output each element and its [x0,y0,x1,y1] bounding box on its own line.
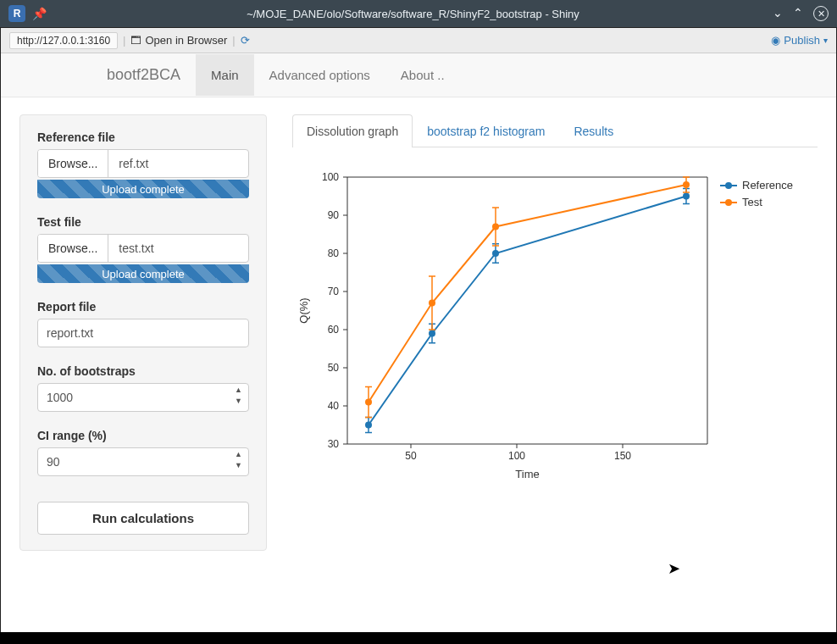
svg-text:40: 40 [328,400,340,412]
svg-point-58 [492,224,499,230]
test-file-input: Browse... test.txt [37,234,249,263]
ci-range-label: CI range (%) [37,429,249,442]
svg-point-57 [429,300,435,307]
test-filename: test.txt [108,235,248,262]
publish-button[interactable]: ◉ Publish ▾ [771,34,828,47]
open-in-browser-label: Open in Browser [145,34,227,47]
ci-stepper[interactable]: ▲▼ [235,451,242,469]
tab-dissolution-graph[interactable]: Dissolution graph [292,114,413,147]
svg-text:30: 30 [328,438,340,450]
report-file-label: Report file [37,300,249,314]
chevron-down-icon[interactable]: ▼ [235,462,242,469]
reference-filename: ref.txt [108,150,248,177]
svg-point-42 [492,250,499,257]
svg-point-43 [683,193,690,200]
svg-text:100: 100 [508,450,525,462]
window-title: ~/MOJE_DANE/olo/Software/software_R/Shin… [53,8,773,20]
ci-range-input[interactable] [37,447,249,476]
minimize-icon[interactable]: ⌄ [773,6,783,21]
ci-range-group: CI range (%) ▲▼ [37,429,249,476]
reference-file-label: Reference file [37,130,249,144]
reference-file-group: Reference file Browse... ref.txt Upload … [37,130,249,198]
app-window: http://127.0.0.1:3160 | 🗔 Open in Browse… [0,27,837,632]
main-panel: Dissolution graph bootstrap f2 histogram… [292,114,818,551]
window-titlebar: R 📌 ~/MOJE_DANE/olo/Software/software_R/… [0,0,837,27]
url-box[interactable]: http://127.0.0.1:3160 [9,32,118,49]
svg-text:100: 100 [322,171,339,183]
bootstraps-label: No. of bootstraps [37,364,249,378]
toolbar-separator: | [123,34,125,47]
svg-text:50: 50 [328,362,340,374]
svg-text:50: 50 [405,450,417,462]
app-brand: bootf2BCA [107,66,180,84]
svg-text:90: 90 [328,209,340,221]
close-icon[interactable]: ✕ [813,6,829,21]
dissolution-chart: 3040506070809010050100150TimeQ(%)Referen… [292,164,818,486]
main-area: Reference file Browse... ref.txt Upload … [1,97,836,568]
browse-button-test[interactable]: Browse... [38,235,108,262]
svg-point-40 [365,422,372,429]
chevron-up-icon[interactable]: ▲ [235,451,242,458]
open-in-browser-button[interactable]: 🗔 Open in Browser [130,34,227,47]
pin-icon[interactable]: 📌 [32,7,47,20]
report-file-input[interactable] [37,319,249,347]
chevron-up-icon[interactable]: ▲ [235,386,242,394]
publish-label: Publish [784,34,820,47]
refresh-icon[interactable]: ⟳ [241,34,250,47]
svg-text:60: 60 [328,324,340,336]
browse-button-reference[interactable]: Browse... [38,150,108,177]
svg-point-59 [683,181,690,188]
svg-point-41 [429,330,435,337]
tab-results[interactable]: Results [559,114,628,147]
svg-text:70: 70 [328,286,340,297]
svg-text:Time: Time [515,468,539,480]
content: bootf2BCA Main Advanced options About ..… [1,53,836,632]
svg-text:150: 150 [614,450,631,462]
test-file-group: Test file Browse... test.txt Upload comp… [37,215,249,283]
svg-point-61 [725,182,732,189]
svg-point-64 [725,199,732,206]
svg-text:Q(%): Q(%) [297,297,310,323]
tabs: Dissolution graph bootstrap f2 histogram… [292,114,818,147]
chevron-down-icon: ▾ [823,36,828,45]
plot-container: 3040506070809010050100150TimeQ(%)Referen… [292,147,818,486]
maximize-icon[interactable]: ⌃ [793,6,803,21]
nav-item-advanced[interactable]: Advanced options [254,54,385,96]
toolbar: http://127.0.0.1:3160 | 🗔 Open in Browse… [1,28,836,53]
navbar: bootf2BCA Main Advanced options About .. [1,53,836,97]
window-controls: ⌄ ⌃ ✕ [773,6,829,21]
sidebar: Reference file Browse... ref.txt Upload … [19,114,267,551]
chevron-down-icon[interactable]: ▼ [235,397,242,405]
reference-upload-progress: Upload complete [37,180,249,198]
test-file-label: Test file [37,215,249,229]
browser-icon: 🗔 [130,34,141,47]
svg-text:Reference: Reference [742,179,793,192]
reference-file-input: Browse... ref.txt [37,149,249,178]
nav-item-main[interactable]: Main [196,54,254,96]
svg-text:Test: Test [742,196,762,208]
bootstraps-stepper[interactable]: ▲▼ [235,386,242,405]
bootstraps-group: No. of bootstraps ▲▼ [37,364,249,412]
nav-item-about[interactable]: About .. [385,54,460,96]
report-file-group: Report file [37,300,249,347]
svg-text:80: 80 [328,247,340,259]
publish-icon: ◉ [771,34,780,47]
rstudio-icon: R [8,5,25,22]
test-upload-progress: Upload complete [37,264,249,283]
tab-bootstrap-histogram[interactable]: bootstrap f2 histogram [413,114,559,147]
svg-point-56 [365,399,372,406]
run-calculations-button[interactable]: Run calculations [37,502,249,535]
bootstraps-input[interactable] [37,383,249,412]
toolbar-separator-2: | [232,34,235,47]
